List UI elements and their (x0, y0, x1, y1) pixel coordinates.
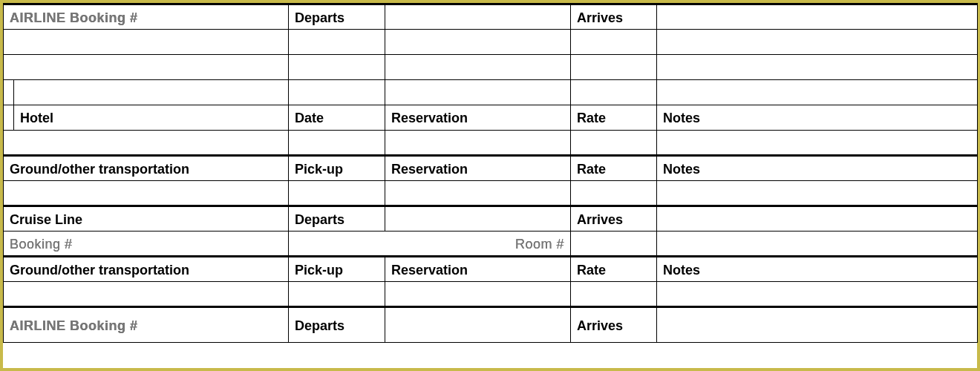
ground2-pickup-label: Pick-up (289, 257, 385, 282)
cruise-departs-label: Departs (289, 206, 385, 232)
itinerary-table: AIRLINE Booking # Departs Arrives Hotel … (3, 3, 978, 343)
airline1-row3-c5[interactable] (657, 80, 978, 105)
ground2-reservation-label: Reservation (385, 257, 571, 282)
airline1-row3-c3[interactable] (385, 80, 571, 105)
ground2-row-c4[interactable] (571, 282, 657, 307)
ground1-pickup-label: Pick-up (289, 156, 385, 181)
airline2-departs-value[interactable] (385, 307, 571, 343)
airline1-arrives-value[interactable] (657, 4, 978, 30)
airline1-row1-c5[interactable] (657, 30, 978, 55)
airline2-arrives-label: Arrives (571, 307, 657, 343)
hotel-title: Hotel (14, 105, 289, 131)
airline1-row1-c4[interactable] (571, 30, 657, 55)
hotel-row-c2[interactable] (289, 131, 385, 156)
ground2-rate-label: Rate (571, 257, 657, 282)
hotel-stub (4, 105, 14, 131)
airline1-row2-c3[interactable] (385, 55, 571, 80)
airline1-arrives-label: Arrives (571, 4, 657, 30)
itinerary-sheet: AIRLINE Booking # Departs Arrives Hotel … (0, 0, 980, 371)
airline1-row2-c1[interactable] (4, 55, 289, 80)
hotel-row-c4[interactable] (571, 131, 657, 156)
ground1-row-c3[interactable] (385, 181, 571, 206)
ground2-row-c1[interactable] (4, 282, 289, 307)
airline1-row3-c2[interactable] (289, 80, 385, 105)
cruise-departs-value[interactable] (385, 206, 571, 232)
cruise-row-c4[interactable] (571, 232, 657, 257)
airline1-row1-c1[interactable] (4, 30, 289, 55)
ground1-row-c1[interactable] (4, 181, 289, 206)
airline2-arrives-value[interactable] (657, 307, 978, 343)
ground1-row-c2[interactable] (289, 181, 385, 206)
airline1-row3-c1[interactable] (14, 80, 289, 105)
cruise-arrives-value[interactable] (657, 206, 978, 232)
hotel-notes-label: Notes (657, 105, 978, 131)
ground2-row-c2[interactable] (289, 282, 385, 307)
cruise-title: Cruise Line (4, 206, 289, 232)
airline1-row3-c4[interactable] (571, 80, 657, 105)
airline1-row1-c2[interactable] (289, 30, 385, 55)
ground1-row-c5[interactable] (657, 181, 978, 206)
airline1-title: AIRLINE Booking # (4, 4, 289, 30)
hotel-date-label: Date (289, 105, 385, 131)
hotel-row-c1[interactable] (4, 131, 289, 156)
airline1-row1-c3[interactable] (385, 30, 571, 55)
ground1-reservation-label: Reservation (385, 156, 571, 181)
hotel-row-c3[interactable] (385, 131, 571, 156)
hotel-reservation-label: Reservation (385, 105, 571, 131)
ground1-row-c4[interactable] (571, 181, 657, 206)
airline1-departs-value[interactable] (385, 4, 571, 30)
airline1-stub (4, 80, 14, 105)
airline1-departs-label: Departs (289, 4, 385, 30)
hotel-row-c5[interactable] (657, 131, 978, 156)
airline1-row2-c2[interactable] (289, 55, 385, 80)
airline2-title: AIRLINE Booking # (4, 307, 289, 343)
cruise-booking-label[interactable]: Booking # (4, 232, 289, 257)
ground2-title: Ground/other transportation (4, 257, 289, 282)
airline2-departs-label: Departs (289, 307, 385, 343)
cruise-row-c5[interactable] (657, 232, 978, 257)
ground1-notes-label: Notes (657, 156, 978, 181)
ground2-row-c5[interactable] (657, 282, 978, 307)
cruise-arrives-label: Arrives (571, 206, 657, 232)
ground2-notes-label: Notes (657, 257, 978, 282)
ground1-rate-label: Rate (571, 156, 657, 181)
ground2-row-c3[interactable] (385, 282, 571, 307)
hotel-rate-label: Rate (571, 105, 657, 131)
airline1-row2-c4[interactable] (571, 55, 657, 80)
ground1-title: Ground/other transportation (4, 156, 289, 181)
cruise-room-label[interactable]: Room # (289, 232, 571, 257)
airline1-row2-c5[interactable] (657, 55, 978, 80)
